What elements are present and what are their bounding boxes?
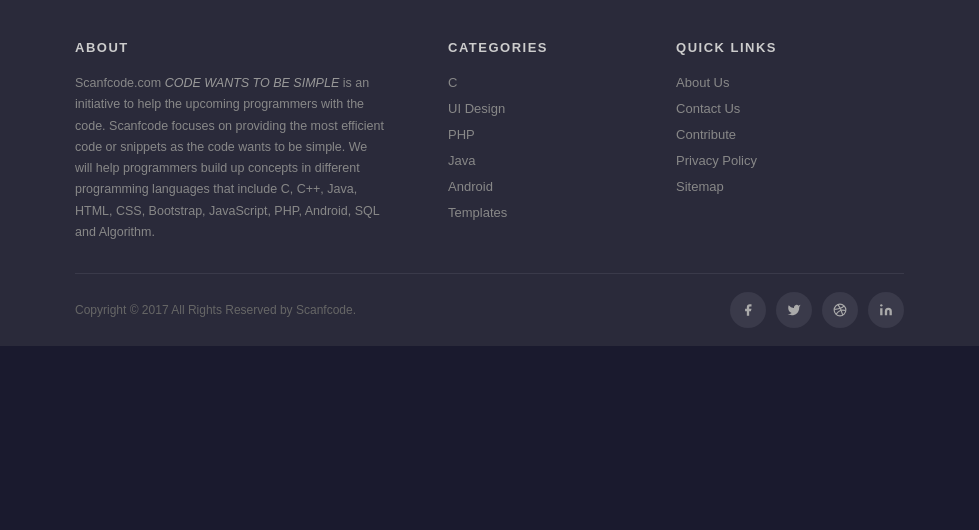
list-item: UI Design [448,99,676,117]
list-item: Sitemap [676,177,904,195]
list-item: Contact Us [676,99,904,117]
categories-list: C UI Design PHP Java Android Templates [448,73,676,221]
list-item: Contribute [676,125,904,143]
copyright-text: Copyright © 2017 All Rights Reserved by … [75,303,356,317]
quick-link-contribute[interactable]: Contribute [676,127,736,142]
category-link-ui-design[interactable]: UI Design [448,101,505,116]
about-text: Scanfcode.com CODE WANTS TO BE SIMPLE is… [75,73,388,243]
list-item: C [448,73,676,91]
list-item: PHP [448,125,676,143]
footer-top: ABOUT Scanfcode.com CODE WANTS TO BE SIM… [0,40,979,273]
about-text-body: is an initiative to help the upcoming pr… [75,76,384,239]
about-text-italic: CODE WANTS TO BE SIMPLE [161,76,343,90]
list-item: Privacy Policy [676,151,904,169]
footer-quick-links-column: QUICK LINKS About Us Contact Us Contribu… [676,40,904,243]
about-heading: ABOUT [75,40,388,55]
dribbble-icon[interactable] [822,292,858,328]
list-item: Templates [448,203,676,221]
twitter-icon[interactable] [776,292,812,328]
svg-point-1 [880,304,882,306]
quick-links-heading: QUICK LINKS [676,40,904,55]
category-link-php[interactable]: PHP [448,127,475,142]
list-item: Android [448,177,676,195]
below-footer-area [0,346,979,530]
list-item: Java [448,151,676,169]
footer-categories-column: CATEGORIES C UI Design PHP Java Android … [448,40,676,243]
quick-link-about-us[interactable]: About Us [676,75,729,90]
quick-links-list: About Us Contact Us Contribute Privacy P… [676,73,904,195]
category-link-templates[interactable]: Templates [448,205,507,220]
category-link-c[interactable]: C [448,75,457,90]
category-link-java[interactable]: Java [448,153,475,168]
facebook-icon[interactable] [730,292,766,328]
quick-link-sitemap[interactable]: Sitemap [676,179,724,194]
linkedin-icon[interactable] [868,292,904,328]
category-link-android[interactable]: Android [448,179,493,194]
social-icons-group [730,292,904,328]
footer-about-column: ABOUT Scanfcode.com CODE WANTS TO BE SIM… [75,40,448,243]
categories-heading: CATEGORIES [448,40,676,55]
list-item: About Us [676,73,904,91]
about-text-site: Scanfcode.com [75,76,161,90]
footer: ABOUT Scanfcode.com CODE WANTS TO BE SIM… [0,0,979,346]
footer-bottom: Copyright © 2017 All Rights Reserved by … [0,274,979,346]
quick-link-privacy-policy[interactable]: Privacy Policy [676,153,757,168]
quick-link-contact-us[interactable]: Contact Us [676,101,740,116]
